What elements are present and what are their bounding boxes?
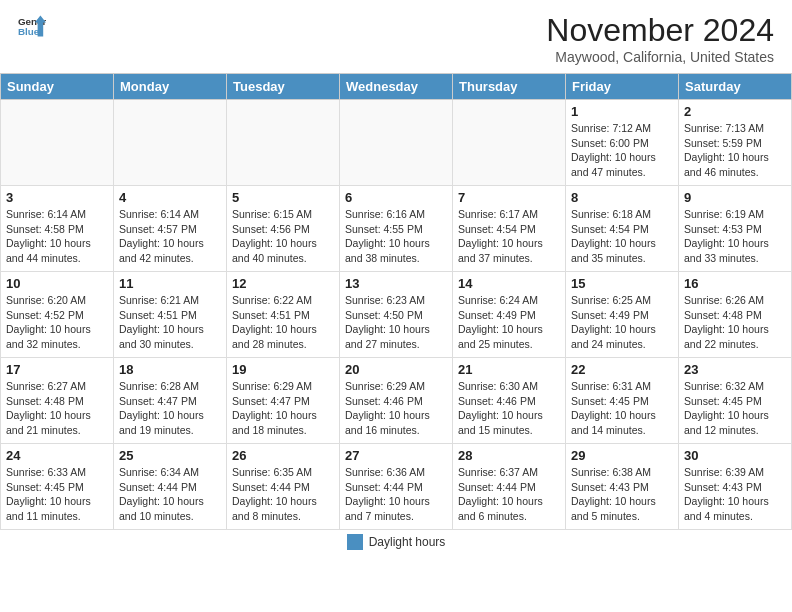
day-info: Sunrise: 6:21 AM Sunset: 4:51 PM Dayligh… [119,293,221,352]
day-number: 16 [684,276,786,291]
calendar-week-row: 1Sunrise: 7:12 AM Sunset: 6:00 PM Daylig… [1,100,792,186]
table-row: 29Sunrise: 6:38 AM Sunset: 4:43 PM Dayli… [566,444,679,530]
calendar-week-row: 3Sunrise: 6:14 AM Sunset: 4:58 PM Daylig… [1,186,792,272]
day-number: 24 [6,448,108,463]
day-info: Sunrise: 7:12 AM Sunset: 6:00 PM Dayligh… [571,121,673,180]
day-number: 5 [232,190,334,205]
day-number: 12 [232,276,334,291]
table-row: 16Sunrise: 6:26 AM Sunset: 4:48 PM Dayli… [679,272,792,358]
footer: Daylight hours [0,530,792,552]
table-row: 11Sunrise: 6:21 AM Sunset: 4:51 PM Dayli… [114,272,227,358]
day-info: Sunrise: 6:38 AM Sunset: 4:43 PM Dayligh… [571,465,673,524]
day-number: 6 [345,190,447,205]
page-header: General Blue November 2024 Maywood, Cali… [0,0,792,73]
col-tuesday: Tuesday [227,74,340,100]
day-info: Sunrise: 6:35 AM Sunset: 4:44 PM Dayligh… [232,465,334,524]
table-row: 1Sunrise: 7:12 AM Sunset: 6:00 PM Daylig… [566,100,679,186]
day-info: Sunrise: 6:25 AM Sunset: 4:49 PM Dayligh… [571,293,673,352]
day-info: Sunrise: 6:23 AM Sunset: 4:50 PM Dayligh… [345,293,447,352]
day-number: 7 [458,190,560,205]
day-number: 8 [571,190,673,205]
day-info: Sunrise: 6:36 AM Sunset: 4:44 PM Dayligh… [345,465,447,524]
day-info: Sunrise: 6:30 AM Sunset: 4:46 PM Dayligh… [458,379,560,438]
svg-text:Blue: Blue [18,26,40,37]
table-row: 23Sunrise: 6:32 AM Sunset: 4:45 PM Dayli… [679,358,792,444]
calendar-week-row: 17Sunrise: 6:27 AM Sunset: 4:48 PM Dayli… [1,358,792,444]
table-row: 6Sunrise: 6:16 AM Sunset: 4:55 PM Daylig… [340,186,453,272]
day-info: Sunrise: 6:33 AM Sunset: 4:45 PM Dayligh… [6,465,108,524]
table-row: 24Sunrise: 6:33 AM Sunset: 4:45 PM Dayli… [1,444,114,530]
table-row: 26Sunrise: 6:35 AM Sunset: 4:44 PM Dayli… [227,444,340,530]
day-info: Sunrise: 6:37 AM Sunset: 4:44 PM Dayligh… [458,465,560,524]
day-number: 13 [345,276,447,291]
day-info: Sunrise: 6:27 AM Sunset: 4:48 PM Dayligh… [6,379,108,438]
day-number: 20 [345,362,447,377]
day-number: 19 [232,362,334,377]
day-info: Sunrise: 6:18 AM Sunset: 4:54 PM Dayligh… [571,207,673,266]
col-wednesday: Wednesday [340,74,453,100]
day-number: 22 [571,362,673,377]
legend-label: Daylight hours [369,535,446,549]
calendar-table: Sunday Monday Tuesday Wednesday Thursday… [0,73,792,530]
table-row: 30Sunrise: 6:39 AM Sunset: 4:43 PM Dayli… [679,444,792,530]
table-row: 15Sunrise: 6:25 AM Sunset: 4:49 PM Dayli… [566,272,679,358]
col-friday: Friday [566,74,679,100]
day-info: Sunrise: 6:34 AM Sunset: 4:44 PM Dayligh… [119,465,221,524]
day-number: 28 [458,448,560,463]
table-row [1,100,114,186]
table-row: 5Sunrise: 6:15 AM Sunset: 4:56 PM Daylig… [227,186,340,272]
table-row: 3Sunrise: 6:14 AM Sunset: 4:58 PM Daylig… [1,186,114,272]
day-number: 27 [345,448,447,463]
day-number: 2 [684,104,786,119]
day-number: 15 [571,276,673,291]
table-row: 12Sunrise: 6:22 AM Sunset: 4:51 PM Dayli… [227,272,340,358]
day-info: Sunrise: 6:20 AM Sunset: 4:52 PM Dayligh… [6,293,108,352]
day-info: Sunrise: 6:39 AM Sunset: 4:43 PM Dayligh… [684,465,786,524]
day-info: Sunrise: 6:16 AM Sunset: 4:55 PM Dayligh… [345,207,447,266]
day-number: 23 [684,362,786,377]
table-row: 10Sunrise: 6:20 AM Sunset: 4:52 PM Dayli… [1,272,114,358]
calendar-week-row: 10Sunrise: 6:20 AM Sunset: 4:52 PM Dayli… [1,272,792,358]
day-info: Sunrise: 6:32 AM Sunset: 4:45 PM Dayligh… [684,379,786,438]
day-info: Sunrise: 6:14 AM Sunset: 4:58 PM Dayligh… [6,207,108,266]
col-monday: Monday [114,74,227,100]
day-number: 18 [119,362,221,377]
col-thursday: Thursday [453,74,566,100]
table-row: 17Sunrise: 6:27 AM Sunset: 4:48 PM Dayli… [1,358,114,444]
day-number: 4 [119,190,221,205]
col-saturday: Saturday [679,74,792,100]
table-row: 2Sunrise: 7:13 AM Sunset: 5:59 PM Daylig… [679,100,792,186]
table-row [227,100,340,186]
table-row: 22Sunrise: 6:31 AM Sunset: 4:45 PM Dayli… [566,358,679,444]
day-info: Sunrise: 6:24 AM Sunset: 4:49 PM Dayligh… [458,293,560,352]
day-info: Sunrise: 6:17 AM Sunset: 4:54 PM Dayligh… [458,207,560,266]
table-row: 18Sunrise: 6:28 AM Sunset: 4:47 PM Dayli… [114,358,227,444]
day-info: Sunrise: 6:31 AM Sunset: 4:45 PM Dayligh… [571,379,673,438]
title-block: November 2024 Maywood, California, Unite… [546,12,774,65]
location: Maywood, California, United States [546,49,774,65]
day-info: Sunrise: 6:14 AM Sunset: 4:57 PM Dayligh… [119,207,221,266]
table-row: 4Sunrise: 6:14 AM Sunset: 4:57 PM Daylig… [114,186,227,272]
day-number: 30 [684,448,786,463]
col-sunday: Sunday [1,74,114,100]
day-number: 1 [571,104,673,119]
day-info: Sunrise: 7:13 AM Sunset: 5:59 PM Dayligh… [684,121,786,180]
day-number: 17 [6,362,108,377]
day-info: Sunrise: 6:22 AM Sunset: 4:51 PM Dayligh… [232,293,334,352]
day-number: 9 [684,190,786,205]
table-row: 21Sunrise: 6:30 AM Sunset: 4:46 PM Dayli… [453,358,566,444]
day-info: Sunrise: 6:19 AM Sunset: 4:53 PM Dayligh… [684,207,786,266]
table-row: 19Sunrise: 6:29 AM Sunset: 4:47 PM Dayli… [227,358,340,444]
table-row [340,100,453,186]
day-number: 11 [119,276,221,291]
table-row: 27Sunrise: 6:36 AM Sunset: 4:44 PM Dayli… [340,444,453,530]
logo: General Blue [18,12,48,40]
table-row: 14Sunrise: 6:24 AM Sunset: 4:49 PM Dayli… [453,272,566,358]
day-number: 21 [458,362,560,377]
day-number: 3 [6,190,108,205]
table-row [453,100,566,186]
table-row: 9Sunrise: 6:19 AM Sunset: 4:53 PM Daylig… [679,186,792,272]
table-row: 8Sunrise: 6:18 AM Sunset: 4:54 PM Daylig… [566,186,679,272]
day-info: Sunrise: 6:29 AM Sunset: 4:47 PM Dayligh… [232,379,334,438]
day-number: 10 [6,276,108,291]
